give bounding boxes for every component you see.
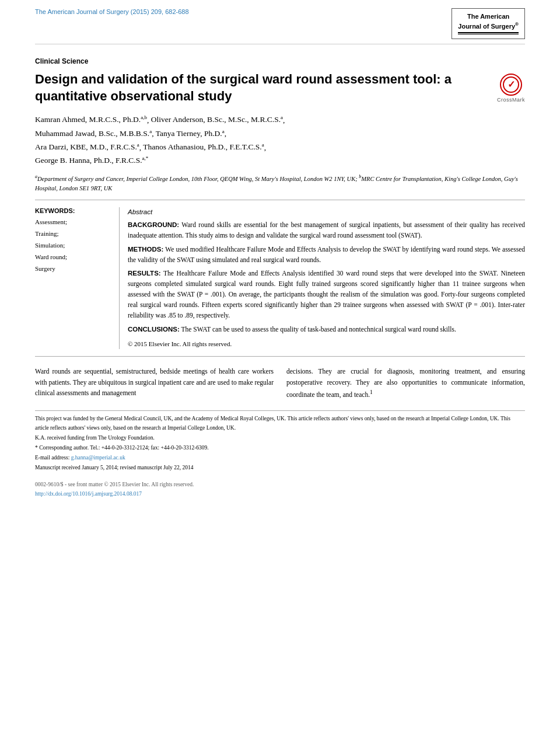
bottom-bar: 0002-9610/$ - see front matter © 2015 El… (35, 480, 525, 498)
results-label: RESULTS: (128, 270, 161, 277)
results-text: The Healthcare Failure Mode and Effects … (128, 270, 525, 318)
logo-title-line2: Journal of Surgery® (458, 21, 519, 31)
keyword-3: Simulation; (35, 240, 111, 252)
keyword-5: Surgery (35, 263, 111, 275)
article-title: Design and validation of the surgical wa… (35, 71, 455, 104)
methods-label: METHODS: (128, 246, 163, 253)
body-text-section: Ward rounds are sequential, semistructur… (35, 366, 525, 400)
copyright-line: © 2015 Elsevier Inc. All rights reserved… (128, 339, 525, 349)
author-3: Muhammad Jawad, B.Sc., M.B.B.S.a (35, 129, 152, 138)
background-label: BACKGROUND: (128, 221, 179, 228)
footer-notes: This project was funded by the General M… (35, 414, 525, 472)
keywords-list: Assessment; Training; Simulation; Ward r… (35, 217, 111, 274)
crossmark-box[interactable]: ✓ CrossMark (497, 74, 525, 103)
footer-divider (35, 410, 525, 411)
corresponding-note: * Corresponding author. Tel.: +44-0-20-3… (35, 444, 525, 452)
section-label: Clinical Science (35, 57, 525, 65)
keywords-col: KEYWORDS: Assessment; Training; Simulati… (35, 207, 120, 349)
conclusions-text: The SWAT can be used to assess the quali… (181, 326, 456, 333)
email-label: E-mail address: (35, 455, 69, 461)
affiliations-block: aDepartment of Surgery and Cancer, Imper… (35, 173, 525, 193)
body-text-col2: decisions. They are crucial for diagnosi… (286, 368, 525, 398)
page: The American Journal of Surgery (2015) 2… (0, 0, 560, 753)
abstract-section: KEYWORDS: Assessment; Training; Simulati… (35, 207, 525, 349)
author-4: Tanya Tierney, Ph.D.a (156, 129, 225, 138)
email-link[interactable]: g.hanna@imperial.ac.uk (71, 455, 125, 461)
keyword-1: Assessment; (35, 217, 111, 228)
abstract-results: RESULTS: The Healthcare Failure Mode and… (128, 269, 525, 320)
conclusions-label: CONCLUSIONS: (128, 326, 180, 333)
body-col-1: Ward rounds are sequential, semistructur… (35, 366, 274, 400)
crossmark-icon: ✓ (500, 74, 522, 96)
abstract-methods: METHODS: We used modified Healthcare Fai… (128, 245, 525, 266)
logo-superscript: ® (515, 22, 519, 27)
methods-text: We used modified Healthcare Failure Mode… (128, 246, 525, 263)
svg-text:✓: ✓ (507, 79, 514, 89)
author-1: Kamran Ahmed, M.R.C.S., Ph.D.a,b (35, 115, 147, 124)
body-col-2: decisions. They are crucial for diagnosi… (286, 366, 525, 400)
top-header: The American Journal of Surgery (2015) 2… (35, 0, 525, 44)
email-note: E-mail address: g.hanna@imperial.ac.uk (35, 454, 525, 462)
issn-line: 0002-9610/$ - see front matter © 2015 El… (35, 480, 525, 489)
abstract-heading: Abstract (128, 207, 525, 218)
divider-2 (35, 356, 525, 357)
funding-note: This project was funded by the General M… (35, 414, 525, 432)
abstract-col: Abstract BACKGROUND: Ward round skills a… (128, 207, 525, 349)
author-5: Ara Darzi, KBE, M.D., F.R.C.S.a (35, 142, 139, 151)
abstract-background: BACKGROUND: Ward round skills are essent… (128, 220, 525, 241)
authors-block: Kamran Ahmed, M.R.C.S., Ph.D.a,b, Oliver… (35, 113, 525, 168)
keyword-2: Training; (35, 228, 111, 240)
keywords-title: KEYWORDS: (35, 207, 111, 214)
keyword-4: Ward round; (35, 252, 111, 263)
divider-1 (35, 200, 525, 200)
body-text-col1: Ward rounds are sequential, semistructur… (35, 368, 274, 396)
logo-title-line1: The American (458, 12, 519, 21)
ref-1: 1 (370, 389, 373, 395)
background-text: Ward round skills are essential for the … (128, 221, 525, 239)
ka-note: K.A. received funding from The Urology F… (35, 434, 525, 442)
journal-logo: The American Journal of Surgery® (452, 8, 525, 39)
doi-link[interactable]: http://dx.doi.org/10.1016/j.amjsurg.2014… (35, 491, 142, 497)
author-7: George B. Hanna, Ph.D., F.R.C.S.a,* (35, 156, 148, 165)
abstract-conclusions: CONCLUSIONS: The SWAT can be used to ass… (128, 325, 525, 335)
crossmark-label: CrossMark (497, 97, 525, 103)
article-title-row: Design and validation of the surgical wa… (35, 71, 525, 104)
manuscript-note: Manuscript received January 5, 2014; rev… (35, 463, 525, 472)
affiliation-a: Department of Surgery and Cancer, Imperi… (37, 176, 358, 182)
author-6: Thanos Athanasiou, Ph.D., F.E.T.C.S.a (143, 142, 264, 151)
author-2: Oliver Anderson, B.Sc., M.Sc., M.R.C.S.a (151, 115, 283, 124)
journal-citation[interactable]: The American Journal of Surgery (2015) 2… (35, 8, 189, 15)
